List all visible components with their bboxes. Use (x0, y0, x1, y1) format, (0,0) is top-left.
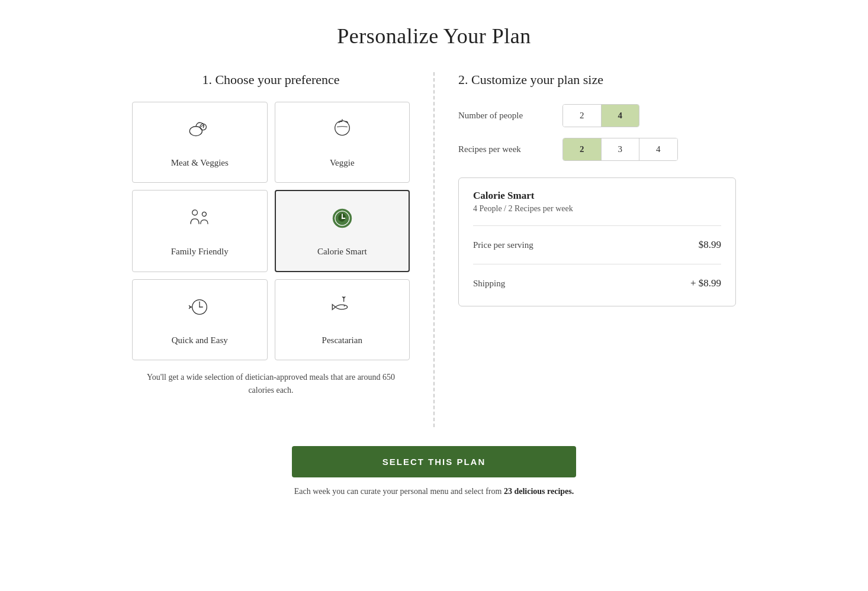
quick-easy-label: Quick and Easy (172, 335, 228, 345)
page-title: Personalize Your Plan (337, 24, 531, 49)
summary-plan-sub: 4 People / 2 Recipes per week (473, 204, 721, 214)
left-panel: 1. Choose your preference Meat & Veggies (108, 72, 435, 427)
people-option-2[interactable]: 2 (563, 105, 602, 127)
veggie-label: Veggie (330, 158, 355, 168)
svg-point-2 (335, 121, 349, 135)
recipes-toggle-group: 2 3 4 (562, 138, 678, 161)
price-label: Price per serving (473, 240, 533, 250)
shipping-row: Shipping + $8.99 (473, 273, 721, 294)
svg-point-4 (202, 212, 207, 216)
calorie-smart-label: Calorie Smart (317, 247, 367, 257)
preference-card-meat-veggies[interactable]: Meat & Veggies (132, 102, 268, 183)
recipes-option-row: Recipes per week 2 3 4 (458, 138, 736, 161)
select-plan-button[interactable]: SELECT THIS PLAN (292, 446, 576, 477)
summary-divider (473, 225, 721, 226)
pescatarian-icon (329, 294, 355, 330)
main-container: 1. Choose your preference Meat & Veggies (108, 72, 760, 427)
meat-veggies-label: Meat & Veggies (171, 158, 229, 168)
people-label: Number of people (458, 111, 553, 121)
right-section-title: 2. Customize your plan size (458, 72, 736, 88)
recipes-option-3[interactable]: 3 (602, 138, 640, 160)
pescatarian-label: Pescatarian (322, 335, 362, 345)
recipes-option-2[interactable]: 2 (563, 138, 602, 160)
people-option-4[interactable]: 4 (602, 105, 639, 127)
recipes-option-4[interactable]: 4 (639, 138, 677, 160)
preference-description: You'll get a wide selection of dietician… (147, 371, 396, 398)
veggie-icon (329, 117, 355, 152)
meat-veggies-icon (187, 117, 213, 152)
bottom-note: Each week you can curate your personal m… (294, 487, 574, 496)
svg-point-10 (341, 218, 343, 219)
bottom-section: SELECT THIS PLAN Each week you can curat… (108, 446, 760, 496)
svg-point-1 (200, 124, 207, 130)
preference-grid: Meat & Veggies Veggie (132, 102, 410, 360)
preference-card-family-friendly[interactable]: Family Friendly (132, 190, 268, 272)
svg-point-14 (343, 305, 345, 306)
summary-plan-name: Calorie Smart (473, 190, 721, 202)
bottom-note-bold: 23 delicious recipes. (504, 487, 574, 496)
quick-easy-icon (187, 294, 213, 330)
people-toggle-group: 2 4 (562, 104, 639, 127)
preference-card-pescatarian[interactable]: Pescatarian (275, 279, 410, 360)
left-section-title: 1. Choose your preference (202, 72, 339, 88)
svg-point-3 (192, 210, 198, 215)
family-icon (187, 205, 213, 241)
shipping-value: + $8.99 (690, 277, 721, 289)
people-option-row: Number of people 2 4 (458, 104, 736, 127)
preference-card-veggie[interactable]: Veggie (275, 102, 410, 183)
preference-card-quick-easy[interactable]: Quick and Easy (132, 279, 268, 360)
bottom-note-prefix: Each week you can curate your personal m… (294, 487, 504, 496)
calorie-smart-icon (329, 205, 355, 241)
summary-divider-2 (473, 264, 721, 264)
family-friendly-label: Family Friendly (171, 247, 229, 257)
right-panel: 2. Customize your plan size Number of pe… (435, 72, 760, 427)
plan-summary-box: Calorie Smart 4 People / 2 Recipes per w… (458, 177, 736, 306)
price-row: Price per serving $8.99 (473, 234, 721, 256)
shipping-label: Shipping (473, 279, 505, 289)
price-value: $8.99 (699, 239, 721, 251)
preference-card-calorie-smart[interactable]: Calorie Smart (275, 190, 410, 272)
recipes-label: Recipes per week (458, 144, 553, 154)
